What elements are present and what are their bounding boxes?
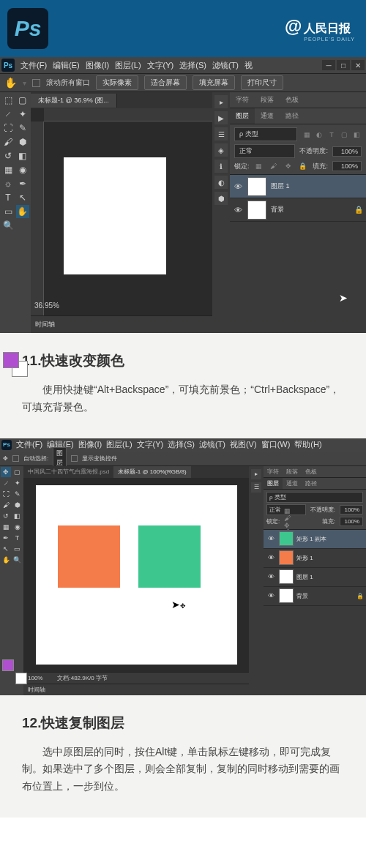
gradient-tool[interactable]: ▦ bbox=[1, 522, 11, 532]
gradient-tool[interactable]: ▦ bbox=[1, 163, 15, 176]
play-icon[interactable]: ▶ bbox=[214, 111, 228, 124]
menu-file[interactable]: 文件(F) bbox=[16, 439, 42, 450]
fill-input[interactable]: 100% bbox=[340, 517, 363, 526]
menu-view[interactable]: 视 bbox=[244, 60, 253, 71]
transform-checkbox[interactable] bbox=[71, 455, 78, 462]
menu-select[interactable]: 选择(S) bbox=[168, 439, 195, 450]
layer-thumbnail[interactable] bbox=[247, 201, 266, 220]
visibility-icon[interactable]: 👁 bbox=[266, 592, 276, 599]
layer-thumbnail[interactable] bbox=[279, 569, 294, 584]
layer-row[interactable]: 👁 矩形 1 bbox=[264, 549, 366, 568]
path-tool[interactable]: ↖ bbox=[1, 544, 11, 554]
color-swatches[interactable] bbox=[3, 352, 28, 377]
menu-filter[interactable]: 滤镜(T) bbox=[199, 439, 225, 450]
type-tool[interactable]: T bbox=[12, 533, 23, 543]
tab-channels[interactable]: 通道 bbox=[283, 478, 302, 489]
eraser-tool[interactable]: ◧ bbox=[16, 149, 29, 162]
zoom-tool[interactable]: 🔍 bbox=[12, 555, 23, 565]
layer-name[interactable]: 矩形 1 bbox=[296, 554, 313, 562]
canvas-area[interactable]: 36.95% bbox=[31, 108, 212, 315]
history-icon[interactable]: ☰ bbox=[214, 127, 228, 141]
dodge-tool[interactable]: ☼ bbox=[1, 177, 15, 190]
filter-smart-icon[interactable]: ◧ bbox=[351, 130, 362, 140]
filter-adjust-icon[interactable]: ◐ bbox=[314, 130, 324, 140]
tab-character[interactable]: 字符 bbox=[264, 466, 283, 477]
menu-layer[interactable]: 图层(L) bbox=[106, 439, 132, 450]
layer-name[interactable]: 背景 bbox=[271, 205, 284, 214]
fill-screen-button[interactable]: 填充屏幕 bbox=[193, 75, 235, 90]
menu-window[interactable]: 窗口(W) bbox=[261, 439, 291, 450]
tab-paths[interactable]: 路径 bbox=[302, 478, 321, 489]
foreground-color[interactable] bbox=[3, 352, 19, 368]
lasso-tool[interactable]: ⟋ bbox=[1, 478, 11, 488]
tab-layers[interactable]: 图层 bbox=[230, 108, 255, 124]
opacity-input[interactable]: 100% bbox=[340, 505, 363, 515]
lock-transparent-icon[interactable]: ▦ bbox=[254, 161, 264, 171]
hand-tool[interactable]: ✋ bbox=[1, 555, 11, 565]
layer-name[interactable]: 背景 bbox=[296, 592, 308, 600]
foreground-color[interactable] bbox=[2, 659, 14, 671]
layer-name[interactable]: 图层 1 bbox=[271, 182, 290, 191]
pen-tool[interactable]: ✒ bbox=[1, 533, 11, 543]
type-tool[interactable]: T bbox=[1, 191, 15, 204]
menu-layer[interactable]: 图层(L) bbox=[115, 60, 141, 71]
tab-layers[interactable]: 图层 bbox=[264, 478, 283, 489]
teal-rectangle[interactable] bbox=[138, 525, 201, 588]
timeline-panel[interactable]: 时间轴 bbox=[23, 684, 249, 695]
eyedropper-tool[interactable]: ✎ bbox=[12, 489, 23, 499]
brush-tool[interactable]: 🖌 bbox=[1, 500, 11, 510]
stamp-tool[interactable]: ⬢ bbox=[16, 135, 29, 149]
tab-swatches[interactable]: 色板 bbox=[280, 92, 305, 108]
shape-tool[interactable]: ▭ bbox=[1, 205, 15, 218]
hand-tool[interactable]: ✋ bbox=[16, 205, 29, 218]
layer-row[interactable]: 👁 图层 1 bbox=[230, 175, 366, 198]
blur-tool[interactable]: ◉ bbox=[12, 522, 23, 532]
stamp-tool[interactable]: ⬢ bbox=[12, 500, 23, 510]
filter-pixel-icon[interactable]: ▦ bbox=[302, 130, 312, 140]
tab-paragraph[interactable]: 段落 bbox=[255, 92, 280, 108]
lasso-tool[interactable]: ⟋ bbox=[1, 108, 15, 121]
crop-tool[interactable]: ⛶ bbox=[1, 489, 11, 499]
visibility-icon[interactable]: 👁 bbox=[233, 182, 243, 191]
expand-icon[interactable]: ▸ bbox=[251, 469, 261, 479]
menu-type[interactable]: 文字(Y) bbox=[137, 439, 164, 450]
canvas[interactable] bbox=[64, 157, 166, 274]
fill-input[interactable]: 100% bbox=[332, 161, 362, 171]
path-tool[interactable]: ↖ bbox=[16, 191, 29, 204]
visibility-icon[interactable]: 👁 bbox=[233, 206, 243, 214]
move-tool[interactable]: ⬚ bbox=[1, 94, 15, 107]
navigator-icon[interactable]: ◈ bbox=[214, 143, 228, 157]
menu-help[interactable]: 帮助(H) bbox=[294, 439, 321, 450]
layer-name[interactable]: 图层 1 bbox=[296, 573, 313, 581]
layer-row[interactable]: 👁 图层 1 bbox=[264, 568, 366, 587]
layer-thumbnail[interactable] bbox=[279, 550, 294, 565]
layer-row[interactable]: 👁 背景 🔒 bbox=[230, 198, 366, 222]
eyedropper-tool[interactable]: ✎ bbox=[16, 121, 29, 135]
adjust-icon[interactable]: ◐ bbox=[214, 176, 228, 189]
menu-edit[interactable]: 编辑(E) bbox=[53, 60, 80, 71]
maximize-button[interactable]: □ bbox=[337, 60, 350, 70]
close-button[interactable]: ✕ bbox=[351, 60, 365, 70]
visibility-icon[interactable]: 👁 bbox=[266, 554, 276, 561]
menu-filter[interactable]: 滤镜(T) bbox=[212, 60, 239, 71]
menu-select[interactable]: 选择(S) bbox=[179, 60, 206, 71]
lock-all-icon[interactable]: 🔒 bbox=[298, 161, 308, 171]
marquee-tool[interactable]: ▢ bbox=[12, 467, 23, 477]
brush-tool[interactable]: 🖌 bbox=[1, 135, 15, 149]
shape-tool[interactable]: ▭ bbox=[12, 544, 23, 554]
eraser-tool[interactable]: ◧ bbox=[12, 511, 23, 521]
expand-icon[interactable]: ▸ bbox=[214, 95, 228, 108]
horizontal-ruler[interactable] bbox=[44, 108, 212, 121]
tab-paragraph[interactable]: 段落 bbox=[283, 466, 302, 477]
visibility-icon[interactable]: 👁 bbox=[266, 535, 276, 542]
document-tab[interactable]: 未标题-1 @ 36.9% (图... bbox=[31, 94, 117, 108]
actual-pixels-button[interactable]: 实际像素 bbox=[96, 75, 138, 90]
styles-icon[interactable]: ⬢ bbox=[214, 192, 228, 205]
blur-tool[interactable]: ◉ bbox=[16, 163, 29, 176]
info-icon[interactable]: ℹ bbox=[214, 160, 228, 173]
layer-row[interactable]: 👁 背景 🔒 bbox=[264, 587, 366, 606]
opacity-input[interactable]: 100% bbox=[332, 146, 362, 157]
layer-thumbnail[interactable] bbox=[279, 531, 294, 546]
timeline-panel[interactable]: 时间轴 bbox=[31, 315, 212, 333]
tab-channels[interactable]: 通道 bbox=[255, 108, 280, 124]
